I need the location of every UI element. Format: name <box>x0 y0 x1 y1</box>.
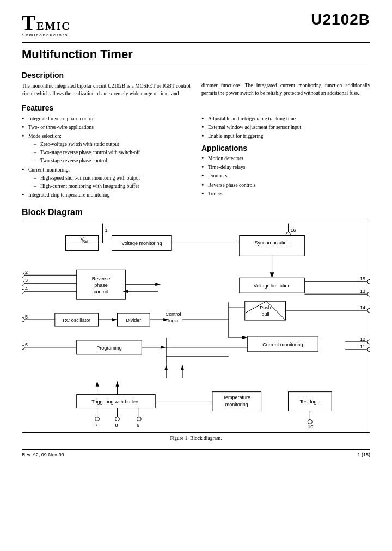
svg-text:15: 15 <box>360 277 365 282</box>
description-right: dimmer functions. The integrated current… <box>201 71 370 98</box>
applications-list: Motion detectors Time-delay relays Dimme… <box>201 155 370 198</box>
logo-sub: Semiconductors <box>22 33 71 38</box>
feature-item-3: Mode selection: Zero-voltage switch with… <box>22 132 191 166</box>
svg-point-17 <box>22 281 24 286</box>
svg-marker-49 <box>112 318 117 321</box>
svg-text:Voltage monitoring: Voltage monitoring <box>121 241 162 247</box>
svg-text:10: 10 <box>308 425 313 430</box>
mode-sub-3: Two-stage reverse phase control <box>34 157 191 165</box>
block-diagram-section: Block Diagram 1 16 V Ref Voltage monitor… <box>22 207 370 441</box>
svg-text:12: 12 <box>360 336 365 342</box>
feature-item-5: Integrated chip temperature monitoring <box>22 191 191 199</box>
svg-point-44 <box>22 317 24 322</box>
svg-marker-97 <box>96 381 99 387</box>
svg-text:6: 6 <box>25 342 28 347</box>
svg-point-71 <box>367 347 370 352</box>
svg-text:Voltage limitation: Voltage limitation <box>254 284 291 289</box>
footer: Rev. A2, 09-Nov-99 1 (15) <box>22 452 370 457</box>
applications-title: Applications <box>201 144 370 152</box>
description-title: Description <box>22 71 191 79</box>
svg-point-106 <box>308 420 312 424</box>
svg-text:2: 2 <box>25 270 28 276</box>
svg-marker-34 <box>270 273 274 278</box>
feature-item-1: Integrated reverse phase control <box>22 115 191 123</box>
svg-marker-99 <box>115 381 119 387</box>
svg-text:7: 7 <box>95 423 98 428</box>
svg-point-20 <box>22 290 24 294</box>
svg-point-38 <box>367 280 370 284</box>
app-2: Time-delay relays <box>201 163 370 172</box>
svg-marker-30 <box>155 283 161 286</box>
feature-r-1: Adjustable and retriggerable tracking ti… <box>201 115 370 123</box>
description-left: Description The monolithic integrated bi… <box>22 71 191 98</box>
features-cols: Integrated reverse phase control Two- or… <box>22 115 370 200</box>
svg-point-65 <box>367 308 370 313</box>
features-right-list: Adjustable and retriggerable tracking ti… <box>201 115 370 141</box>
svg-text:5: 5 <box>25 314 28 320</box>
block-diagram-title: Block Diagram <box>22 207 370 217</box>
svg-marker-110 <box>164 365 168 370</box>
features-title: Features <box>22 103 370 112</box>
mode-sublist: Zero-voltage switch with static output T… <box>28 140 191 166</box>
mode-sub-1: Zero-voltage switch with static output <box>34 140 191 149</box>
svg-text:16: 16 <box>290 228 296 233</box>
svg-text:Divider: Divider <box>126 317 141 323</box>
svg-text:Programing: Programing <box>96 345 121 351</box>
features-left-list: Integrated reverse phase control Two- or… <box>22 115 191 200</box>
svg-point-68 <box>367 340 370 344</box>
svg-point-41 <box>367 292 370 297</box>
svg-text:RC oscillator: RC oscillator <box>63 317 90 323</box>
svg-text:9: 9 <box>137 423 139 428</box>
current-sublist: High-speed short-circuit monitoring with… <box>28 174 191 191</box>
diagram-svg: 1 16 V Ref Voltage monitoring Synchroniz… <box>22 221 370 432</box>
svg-point-92 <box>137 417 141 421</box>
logo-temic: Temic <box>22 11 71 35</box>
svg-text:13: 13 <box>360 289 365 295</box>
svg-text:phase: phase <box>94 283 107 289</box>
app-4: Reverse phase controls <box>201 181 370 189</box>
feature-item-2: Two- or three-wire applications <box>22 124 191 132</box>
app-3: Dimmers <box>201 172 370 180</box>
svg-text:Control: Control <box>166 311 181 317</box>
figure-caption: Figure 1. Block diagram. <box>22 436 370 441</box>
svg-point-74 <box>22 345 24 350</box>
description-text-right: dimmer functions. The integrated current… <box>201 82 370 97</box>
description-text-left: The monolithic integrated bipolar circui… <box>22 82 191 98</box>
svg-point-86 <box>95 417 100 421</box>
svg-point-89 <box>115 417 119 421</box>
app-1: Motion detectors <box>201 155 370 163</box>
features-section: Features Integrated reverse phase contro… <box>22 103 370 200</box>
header: Temic Semiconductors U2102B <box>22 11 370 38</box>
feature-item-4: Current monitoring: High-speed short-cir… <box>22 166 191 191</box>
svg-text:8: 8 <box>115 423 118 428</box>
svg-text:Triggering with buffers: Triggering with buffers <box>91 399 140 405</box>
logo-area: Temic Semiconductors <box>22 11 71 38</box>
svg-marker-81 <box>242 336 248 339</box>
page: Temic Semiconductors U2102B Multifunctio… <box>0 0 392 551</box>
svg-text:Current monitoring: Current monitoring <box>262 342 303 347</box>
page-title: Multifunction Timer <box>22 47 370 62</box>
footer-divider <box>22 449 370 450</box>
svg-marker-79 <box>161 346 166 349</box>
svg-point-14 <box>22 273 24 278</box>
svg-rect-59 <box>245 302 286 321</box>
svg-marker-112 <box>181 365 184 370</box>
svg-text:1: 1 <box>105 228 108 233</box>
svg-text:Synchronization: Synchronization <box>255 241 290 246</box>
title-divider <box>22 65 370 65</box>
part-number: U2102B <box>311 11 370 28</box>
svg-text:11: 11 <box>360 344 365 350</box>
svg-text:Reverse: Reverse <box>92 277 110 282</box>
svg-text:monitoring: monitoring <box>225 402 248 407</box>
app-5: Timers <box>201 190 370 198</box>
features-right: Adjustable and retriggerable tracking ti… <box>201 115 370 200</box>
current-sub-1: High-speed short-circuit monitoring with… <box>34 174 191 182</box>
description-section: Description The monolithic integrated bi… <box>22 71 370 98</box>
diagram-container: 1 16 V Ref Voltage monitoring Synchroniz… <box>22 221 370 433</box>
svg-text:4: 4 <box>25 286 28 292</box>
feature-r-2: External window adjustment for sensor in… <box>201 124 370 132</box>
svg-text:logic: logic <box>168 318 179 323</box>
svg-text:3: 3 <box>25 278 28 284</box>
footer-revision: Rev. A2, 09-Nov-99 <box>22 452 64 457</box>
feature-r-3: Enable input for triggering <box>201 132 370 140</box>
